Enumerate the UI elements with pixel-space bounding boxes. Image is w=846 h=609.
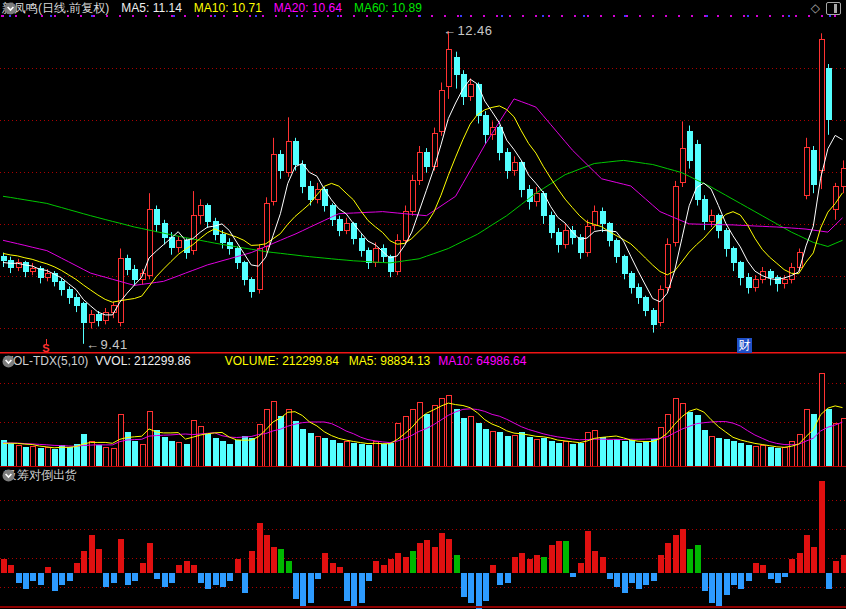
main-chart-header: 新凤鸣(日线.前复权) MA5: 11.14 MA10: 10.71 MA20:…: [0, 0, 846, 17]
vol-ma5-value: MA5: 98834.13: [349, 354, 430, 369]
ma5-label: MA5: 11.14: [121, 0, 181, 17]
stock-title: 新凤鸣(日线.前复权): [2, 0, 109, 17]
volume-header: VOL-TDX(5,10) VVOL: 212299.86 VOLUME: 21…: [0, 354, 526, 369]
indicator-header: 吸筹对倒出货: [0, 468, 77, 483]
high-price-annotation: ←12.46: [443, 23, 493, 38]
left-arrow-icon: ←: [443, 23, 457, 38]
left-arrow-icon: ←: [86, 337, 100, 352]
volume-value: VOLUME: 212299.84: [225, 354, 339, 369]
bottom-border: [0, 606, 846, 608]
tdx-window: 新凤鸣(日线.前复权) MA5: 11.14 MA10: 10.71 MA20:…: [0, 0, 846, 609]
diamond-icon[interactable]: ◇: [811, 0, 820, 17]
chevron-down-icon[interactable]: [4, 2, 17, 15]
ma20-label: MA20: 10.64: [274, 0, 342, 17]
titlebar-icons: ◇: [811, 0, 841, 17]
panel-toggle-icon[interactable]: [826, 2, 841, 15]
low-price-annotation: ←9.41: [86, 337, 128, 352]
cai-badge[interactable]: 财: [737, 338, 752, 353]
vol-indicator-name: VOL-TDX(5,10): [5, 354, 88, 369]
volume-pane[interactable]: [0, 354, 846, 466]
ma60-label: MA60: 10.89: [354, 0, 422, 17]
chevron-down-icon[interactable]: [2, 469, 15, 482]
sell-marker: S: [40, 339, 52, 353]
vol-ma10-value: MA10: 64986.64: [438, 354, 526, 369]
indicator-name: 吸筹对倒出货: [5, 468, 77, 483]
indicator-pane[interactable]: [0, 467, 846, 609]
chevron-down-icon[interactable]: [2, 355, 15, 368]
vvol-value: VVOL: 212299.86: [95, 354, 190, 369]
ma10-label: MA10: 10.71: [194, 0, 262, 17]
candlestick-chart[interactable]: [0, 17, 846, 352]
pane-divider[interactable]: [0, 466, 846, 467]
